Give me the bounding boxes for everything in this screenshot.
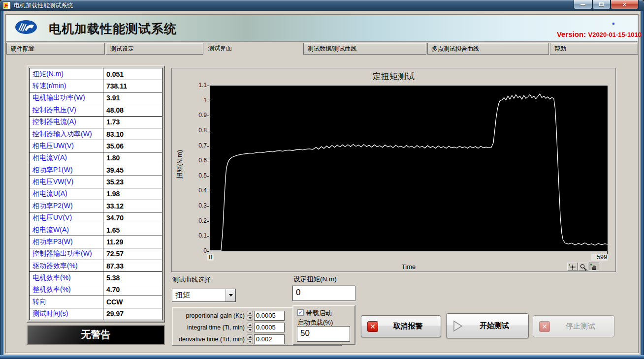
- decrement-icon[interactable]: [247, 316, 253, 321]
- ytick-label: 0.4: [189, 187, 207, 194]
- tab-4[interactable]: 测试数据/测试曲线: [303, 43, 426, 55]
- chart-xlabel: Time: [359, 263, 458, 270]
- table-row: 相功率P1(W)39.45: [30, 164, 162, 176]
- param-value: 48.08: [103, 104, 162, 116]
- ytick-mark: [207, 161, 209, 161]
- red-x-icon: ✕: [367, 321, 378, 332]
- param-value: 1.98: [103, 188, 162, 200]
- window-border-right: [641, 11, 644, 359]
- table-row: 相电流U(A)1.98: [30, 188, 162, 200]
- decrement-icon[interactable]: [247, 339, 253, 344]
- pid-kc-field[interactable]: 0.0005: [254, 311, 285, 321]
- table-row: 控制器输入功率(W)83.10: [30, 128, 162, 140]
- pid-ti-stepper[interactable]: [247, 323, 253, 332]
- start-test-label: 开始测试: [466, 321, 509, 330]
- param-label: 整机效率(%): [30, 284, 103, 296]
- param-value: CCW: [103, 296, 162, 307]
- load-start-checkbox-label: 带载启动: [306, 309, 332, 318]
- stop-test-label: 停止测试: [552, 322, 595, 331]
- table-row: 扭矩(N.m)0.051: [30, 68, 162, 80]
- load-start-cluster: ✓ 带载启动 启动负载(%) 50: [292, 305, 355, 345]
- pan-tool-icon[interactable]: [589, 263, 599, 271]
- table-row: 相功率P2(W)33.12: [30, 200, 162, 212]
- param-value: 1.80: [103, 152, 162, 164]
- pid-ti-field[interactable]: 0.0005: [254, 323, 285, 332]
- pid-kc-stepper[interactable]: [247, 311, 253, 321]
- pid-ti-label: integral time (Ti, min): [173, 323, 245, 332]
- param-label: 相电压UV(V): [30, 212, 103, 224]
- param-label: 电机效率(%): [30, 272, 103, 283]
- pid-td-stepper[interactable]: [247, 334, 253, 344]
- ytick-label: 0.1: [189, 232, 207, 239]
- tab-1[interactable]: 硬件配置: [6, 43, 105, 55]
- alarm-banner: 无警告: [27, 325, 165, 345]
- param-label: 相电流U(A): [30, 188, 103, 200]
- pid-td-field[interactable]: 0.002: [254, 334, 285, 344]
- minimize-icon: [580, 4, 585, 5]
- table-row: 相电压UV(V)34.70: [30, 212, 162, 224]
- table-row: 测试时间(s)29.97: [30, 308, 162, 320]
- param-value: 29.97: [103, 308, 162, 320]
- ytick-mark: [207, 86, 209, 86]
- tab-6[interactable]: 帮助: [550, 43, 638, 55]
- param-label: 测试时间(s): [30, 308, 103, 320]
- decrement-icon[interactable]: [247, 328, 253, 332]
- maximize-button[interactable]: [592, 0, 611, 9]
- tab-5[interactable]: 多点测试拟合曲线: [427, 43, 549, 55]
- param-label: 相功率P2(W): [30, 200, 103, 211]
- increment-icon[interactable]: [247, 334, 253, 339]
- param-value: 3.91: [103, 92, 162, 104]
- param-label: 控制器输出功率(W): [30, 248, 103, 260]
- param-value: 34.70: [103, 212, 162, 224]
- stop-test-button: ✕ 停止测试: [533, 315, 614, 337]
- close-button[interactable]: ✕: [611, 0, 639, 9]
- param-value: 1.73: [103, 117, 162, 128]
- cursor-tool-icon[interactable]: [567, 263, 578, 271]
- table-row: 电机输出功率(W)3.91: [30, 92, 162, 104]
- start-load-field[interactable]: 50: [297, 326, 350, 342]
- load-start-checkbox[interactable]: ✓: [297, 309, 304, 316]
- cancel-alarm-button[interactable]: ✕ 取消报警: [361, 315, 441, 337]
- increment-icon[interactable]: [247, 323, 253, 328]
- ytick-mark: [207, 206, 209, 207]
- param-value: 33.12: [103, 200, 162, 211]
- table-row: 控制器电流(A)1.73: [30, 117, 162, 128]
- param-value: 35.06: [103, 140, 162, 151]
- curve-select-dropdown-button[interactable]: [225, 289, 235, 301]
- brand-logo-icon: [15, 20, 37, 34]
- curve-select[interactable]: 扭矩: [172, 289, 236, 302]
- ytick-mark: [207, 101, 209, 101]
- window-border-left: [0, 11, 3, 359]
- ytick-label: 1.1: [189, 82, 207, 89]
- measurement-table: 扭矩(N.m)0.051转速(r/min)738.11电机输出功率(W)3.91…: [29, 68, 162, 320]
- table-row: 转向CCW: [30, 296, 162, 308]
- increment-icon[interactable]: [247, 311, 253, 316]
- param-value: 83.10: [103, 128, 162, 140]
- zoom-tool-icon[interactable]: [578, 263, 588, 271]
- blue-dot-decoration: [612, 23, 614, 25]
- curve-select-value: 扭矩: [175, 291, 190, 300]
- param-value: 72.57: [103, 248, 162, 260]
- xaxis-min-field[interactable]: 0: [207, 254, 214, 261]
- ytick-mark: [207, 191, 209, 191]
- param-value: 87.33: [103, 260, 162, 271]
- start-test-button[interactable]: 开始测试: [446, 313, 529, 338]
- chart-plot-area[interactable]: [210, 86, 608, 251]
- table-row: 控制器输出功率(W)72.57: [30, 248, 162, 260]
- param-label: 电机输出功率(W): [30, 92, 103, 104]
- ytick-label: 0.9: [189, 112, 207, 119]
- chevron-down-icon: [229, 294, 233, 297]
- param-label: 控制器输入功率(W): [30, 128, 103, 140]
- page-title: 电机加载性能测试系统: [49, 21, 177, 37]
- tab-2[interactable]: 测试设定: [106, 43, 203, 55]
- ytick-label: 0: [189, 247, 207, 254]
- torque-set-field[interactable]: 0: [292, 286, 355, 301]
- xaxis-max-field[interactable]: 599: [591, 254, 608, 261]
- table-row: 相电流V(A)1.80: [30, 152, 162, 164]
- param-label: 转速(r/min): [30, 80, 103, 91]
- check-icon: ✓: [298, 309, 303, 315]
- window-border-bottom: [0, 355, 644, 359]
- ytick-label: 0.8: [189, 127, 207, 134]
- minimize-button[interactable]: [574, 0, 592, 9]
- tab-3[interactable]: 测试界面: [204, 43, 302, 55]
